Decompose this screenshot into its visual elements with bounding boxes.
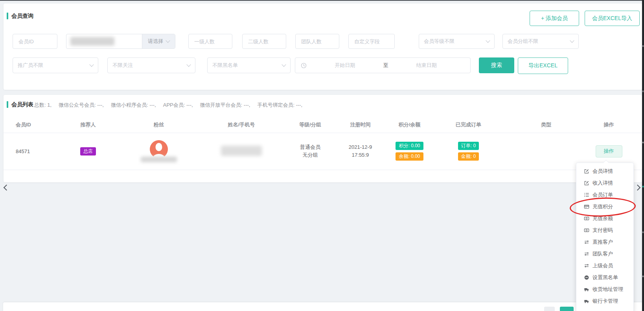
- col-points-balance: 积分/余额: [383, 121, 436, 128]
- scroll-right-chevron-icon[interactable]: [635, 185, 641, 191]
- member-id-input[interactable]: [18, 38, 52, 45]
- member-level-select[interactable]: 会员等级不限: [419, 34, 495, 49]
- fans-cell: [118, 140, 200, 162]
- blacklist-filter-select[interactable]: 不限黑名单: [207, 57, 291, 73]
- block-icon: [584, 275, 589, 280]
- register-date: 2021-12-9: [338, 143, 383, 151]
- action-cell: 操作: [591, 145, 642, 157]
- balance-badge: 余额: 0.00: [396, 152, 423, 161]
- swap-arrows-icon: [584, 263, 589, 268]
- col-action: 操作: [591, 121, 642, 128]
- member-stats-bar: 总数: 1, 微信公众号会员: ---, 微信小程序会员: ---, APP会员…: [34, 102, 302, 109]
- col-type: 类型: [501, 121, 591, 128]
- menu-item-upline-member[interactable]: 上级会员: [576, 260, 633, 272]
- redacted-keyword-blur: [70, 37, 114, 46]
- table-header-row: 会员ID 推荐人 粉丝 姓名/手机号 等级/分组 注册时间 积分/余额 已完成订…: [4, 117, 642, 133]
- member-query-card: 会员查询 + 添加会员 会员EXCEL导入 请选择 会员等级不限 会员分组不限 …: [4, 4, 642, 90]
- orders-badge: 订单: 0: [458, 142, 479, 150]
- bottom-bar-partial-button-teal[interactable]: [560, 307, 574, 311]
- member-id-cell: 84571: [4, 148, 59, 154]
- col-completed-orders: 已完成订单: [436, 121, 501, 128]
- chevron-down-icon: [166, 38, 170, 43]
- follow-filter-select[interactable]: 不限关注: [107, 57, 195, 73]
- stat-app: APP会员: ---,: [163, 102, 193, 109]
- col-register-time: 注册时间: [338, 121, 383, 128]
- edit-icon: [584, 180, 589, 186]
- col-referrer: 推荐人: [59, 121, 118, 128]
- col-level-group: 等级/分组: [283, 121, 338, 128]
- menu-item-member-detail[interactable]: 会员详情: [576, 165, 633, 177]
- menu-item-income-detail[interactable]: 收入详情: [576, 177, 633, 189]
- date-start-placeholder: 开始日期: [307, 62, 383, 69]
- banknote-icon: [584, 228, 589, 233]
- level1-count-input-wrap: [188, 34, 232, 49]
- menu-item-recharge-balance[interactable]: 充值余额: [576, 213, 633, 224]
- menu-item-set-blacklist[interactable]: 设置黑名单: [576, 272, 633, 283]
- menu-item-shipping-address[interactable]: 收货地址管理: [576, 283, 633, 295]
- date-separator: 至: [383, 62, 388, 69]
- redacted-name-blur: [221, 146, 262, 156]
- section-marker: [7, 101, 8, 108]
- divider: [4, 170, 642, 170]
- date-range-picker[interactable]: 开始日期 至 结束日期: [295, 57, 471, 73]
- chevron-down-icon: [89, 62, 94, 67]
- custom-field-input[interactable]: [353, 38, 390, 45]
- clock-icon: [301, 63, 307, 68]
- register-time-cell: 2021-12-9 17:55:9: [338, 143, 383, 159]
- member-group-value: 无分组: [283, 151, 338, 159]
- chevron-down-icon: [282, 62, 286, 67]
- scroll-left-chevron-icon[interactable]: [4, 185, 10, 191]
- window-top-edge: [0, 0, 644, 1]
- stat-phone-bound: 手机号绑定会员: ---,: [257, 102, 302, 109]
- truck-icon: [584, 298, 589, 304]
- list-icon: [584, 192, 589, 198]
- table-row: 84571 总店 普通会员 无分组 2021-12-9 17:55:9: [4, 133, 642, 170]
- referrer-cell: 总店: [59, 147, 118, 156]
- amount-badge: 金额: 0: [458, 152, 479, 161]
- menu-item-recharge-points[interactable]: 充值积分: [576, 201, 633, 213]
- keyword-type-select[interactable]: 请选择: [142, 34, 175, 48]
- team-count-input[interactable]: [300, 38, 334, 45]
- chevron-down-icon: [570, 38, 574, 43]
- bottom-bar: [3, 302, 642, 311]
- menu-item-bank-cards[interactable]: 银行卡管理: [576, 295, 633, 307]
- level2-count-input[interactable]: [247, 38, 281, 45]
- team-count-input-wrap: [295, 34, 339, 49]
- member-level-value: 普通会员: [283, 143, 338, 151]
- row-action-button[interactable]: 操作: [596, 145, 622, 157]
- referrer-badge: 总店: [80, 147, 96, 156]
- custom-field-input-wrap: [348, 34, 395, 49]
- banknote-icon: [584, 216, 589, 221]
- add-member-button[interactable]: + 添加会员: [530, 11, 579, 26]
- col-member-id: 会员ID: [4, 121, 59, 128]
- avatar[interactable]: [150, 140, 168, 158]
- bottom-bar-partial-button-gray[interactable]: [544, 307, 555, 311]
- menu-item-payment-password[interactable]: 支付密码: [576, 224, 633, 236]
- points-badge: 积分: 0.00: [396, 142, 423, 150]
- completed-orders-cell: 订单: 0 金额: 0: [436, 142, 501, 161]
- screen-edge-artifact: [642, 0, 644, 311]
- section-marker: [7, 13, 8, 19]
- level1-count-input[interactable]: [193, 38, 227, 45]
- search-button[interactable]: 搜索: [479, 57, 514, 73]
- member-group-select[interactable]: 会员分组不限: [502, 34, 579, 49]
- export-excel-button[interactable]: 导出EXCEL: [518, 57, 568, 74]
- member-excel-import-button[interactable]: 会员EXCEL导入: [585, 11, 640, 26]
- stat-wechat-official: 微信公众号会员: ---,: [59, 102, 104, 109]
- menu-item-direct-customers[interactable]: 直推客户: [576, 236, 633, 248]
- menu-item-team-customers[interactable]: 团队客户: [576, 248, 633, 260]
- menu-item-member-orders[interactable]: 会员订单: [576, 189, 633, 201]
- query-card-title: 会员查询: [11, 13, 33, 19]
- col-name-phone: 姓名/手机号: [200, 121, 283, 128]
- promoter-select[interactable]: 推广员不限: [13, 57, 98, 73]
- keyword-input[interactable]: [66, 34, 142, 48]
- level2-count-input-wrap: [242, 34, 286, 49]
- list-card-title: 会员列表: [11, 101, 33, 108]
- credit-card-icon: [584, 204, 589, 209]
- chevron-down-icon: [486, 38, 490, 43]
- member-admin-page: { "colors":{"accent":"#2cb9a2","badge_gr…: [0, 0, 644, 311]
- truck-icon: [584, 287, 589, 292]
- register-hour: 17:55:9: [338, 151, 383, 159]
- keyword-input-group: 请选择: [66, 34, 175, 49]
- redacted-fans-name-blur: [141, 157, 177, 162]
